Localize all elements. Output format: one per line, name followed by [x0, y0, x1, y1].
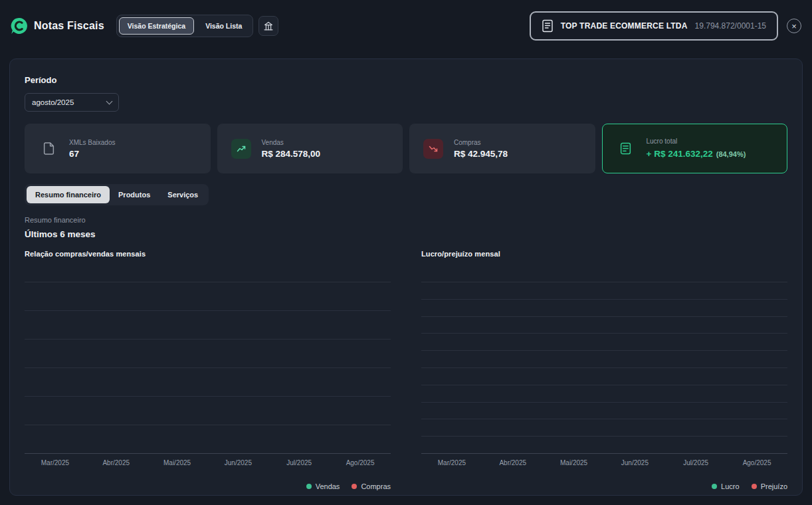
app-logo-icon: [11, 17, 28, 35]
legend-label: Lucro: [721, 482, 740, 490]
certificate-button[interactable]: [258, 16, 278, 36]
x-tick-label: Mai/2025: [147, 459, 208, 466]
legend-dot-icon: [352, 484, 357, 489]
x-tick-label: Mai/2025: [544, 459, 605, 466]
company-cnpj: 19.794.872/0001-15: [695, 21, 766, 31]
chart-title: Relação compras/vendas mensais: [25, 250, 391, 258]
x-tick-label: Jun/2025: [604, 459, 665, 466]
stat-card-lucro[interactable]: Lucro total + R$ 241.632,22(84,94%): [602, 124, 788, 173]
section-subtitle: Resumo financeiro: [25, 216, 787, 224]
x-tick-label: Jul/2025: [665, 459, 726, 466]
tab-servicos[interactable]: Serviços: [159, 186, 207, 203]
close-icon: ×: [791, 22, 797, 31]
section-title: Últimos 6 meses: [25, 229, 787, 239]
stat-label: Lucro total: [647, 138, 746, 145]
chart-legend: VendasCompras: [25, 482, 391, 490]
toggle-list-view[interactable]: Visão Lista: [197, 17, 251, 35]
chart-vendas-compras: Relação compras/vendas mensais Mar/2025A…: [25, 250, 391, 490]
period-value: agosto/2025: [32, 98, 74, 106]
company-document-icon: [542, 19, 554, 33]
stat-value: 67: [69, 149, 115, 159]
legend-label: Vendas: [316, 482, 340, 490]
stat-value: R$ 284.578,00: [262, 149, 321, 159]
dashboard-panel: Período agosto/2025 XMLs Baixados 67: [9, 58, 803, 496]
stat-card-vendas[interactable]: Vendas R$ 284.578,00: [217, 124, 403, 173]
x-tick-label: Abr/2025: [86, 459, 147, 466]
x-tick-label: Mar/2025: [421, 459, 482, 466]
x-tick-label: Abr/2025: [482, 459, 544, 466]
chart-xlabels: Mar/2025Abr/2025Mai/2025Jun/2025Jul/2025…: [421, 459, 787, 466]
x-tick-label: Ago/2025: [330, 459, 391, 466]
chart-lucro-prejuizo: Lucro/prejuízo mensal Mar/2025Abr/2025Ma…: [421, 250, 787, 490]
stats-row: XMLs Baixados 67 Vendas R$ 284.578,00: [25, 124, 787, 173]
legend-label: Compras: [361, 482, 391, 490]
content-tabs: Resumo financeiro Produtos Serviços: [25, 184, 209, 205]
toggle-strategic-view[interactable]: Visão Estratégica: [119, 17, 194, 35]
x-tick-label: Jun/2025: [207, 459, 268, 466]
trend-down-icon: [423, 139, 443, 159]
legend-dot-icon: [306, 484, 312, 489]
period-label: Período: [25, 75, 787, 85]
tab-resumo-financeiro[interactable]: Resumo financeiro: [27, 186, 110, 203]
chart-bars: [25, 282, 391, 453]
invoice-icon: [616, 142, 636, 155]
stat-card-xmls[interactable]: XMLs Baixados 67: [25, 124, 211, 173]
legend-dot-icon: [712, 484, 717, 489]
x-tick-label: Mar/2025: [25, 459, 86, 466]
charts-row: Relação compras/vendas mensais Mar/2025A…: [25, 250, 787, 490]
building-icon: [264, 21, 273, 31]
stat-label: XMLs Baixados: [69, 139, 115, 146]
legend-dot-icon: [752, 484, 757, 489]
chart-plot: [421, 282, 787, 454]
legend-item-compras: Compras: [352, 482, 391, 490]
legend-label: Prejuízo: [761, 482, 787, 490]
stat-percent: (84,94%): [716, 150, 746, 158]
top-bar: Notas Fiscais Visão Estratégica Visão Li…: [0, 0, 812, 52]
view-toggle: Visão Estratégica Visão Lista: [116, 15, 254, 37]
chevron-down-icon: [106, 98, 113, 105]
x-tick-label: Ago/2025: [726, 459, 787, 466]
legend-item-prejuízo: Prejuízo: [752, 482, 787, 490]
stat-value: R$ 42.945,78: [454, 149, 508, 159]
period-dropdown[interactable]: agosto/2025: [25, 93, 119, 112]
chart-legend: LucroPrejuízo: [421, 482, 787, 490]
stat-card-compras[interactable]: Compras R$ 42.945,78: [409, 124, 595, 173]
tab-produtos[interactable]: Produtos: [110, 186, 159, 203]
legend-item-vendas: Vendas: [306, 482, 340, 490]
close-button[interactable]: ×: [787, 19, 801, 33]
legend-item-lucro: Lucro: [712, 482, 740, 490]
stat-label: Compras: [454, 139, 508, 146]
app-title: Notas Fiscais: [34, 20, 104, 32]
xml-file-icon: [39, 142, 58, 155]
chart-xlabels: Mar/2025Abr/2025Mai/2025Jun/2025Jul/2025…: [25, 459, 391, 466]
brand: Notas Fiscais: [11, 17, 104, 35]
trend-up-icon: [231, 139, 251, 159]
chart-plot: [25, 282, 391, 454]
company-name: TOP TRADE ECOMMERCE LTDA: [561, 21, 688, 31]
stat-value: + R$ 241.632,22: [647, 149, 713, 159]
chart-bars: [421, 282, 787, 453]
x-tick-label: Jul/2025: [268, 459, 330, 466]
stat-label: Vendas: [262, 139, 321, 146]
company-selector[interactable]: TOP TRADE ECOMMERCE LTDA 19.794.872/0001…: [530, 11, 778, 41]
chart-title: Lucro/prejuízo mensal: [421, 250, 787, 258]
